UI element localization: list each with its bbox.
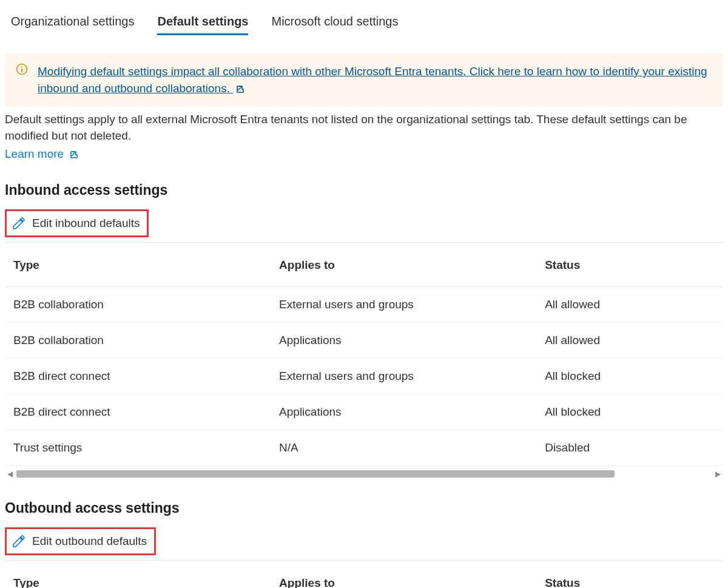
cell-status: All allowed <box>536 287 723 323</box>
tabs-bar: Organizational settings Default settings… <box>5 12 723 35</box>
table-row[interactable]: B2B direct connect External users and gr… <box>5 359 723 394</box>
scrollbar-track[interactable] <box>16 470 712 478</box>
horizontal-scrollbar[interactable]: ◀ ▶ <box>5 468 723 479</box>
outbound-heading: Outbound access settings <box>5 500 723 516</box>
info-banner: Modifying default settings impact all co… <box>5 53 723 107</box>
table-row[interactable]: B2B collaboration External users and gro… <box>5 287 723 323</box>
cell-type: B2B collaboration <box>5 287 271 323</box>
info-banner-link[interactable]: Modifying default settings impact all co… <box>38 63 713 97</box>
cell-applies: N/A <box>271 430 536 466</box>
cell-type: B2B direct connect <box>5 359 271 394</box>
pencil-icon <box>12 534 26 549</box>
col-header-status[interactable]: Status <box>536 243 723 287</box>
tab-microsoft-cloud-settings[interactable]: Microsoft cloud settings <box>271 12 398 35</box>
edit-outbound-highlight: Edit outbound defaults <box>5 527 156 555</box>
cell-type: B2B collaboration <box>5 323 271 359</box>
cell-type: Trust settings <box>5 430 271 466</box>
table-row[interactable]: Trust settings N/A Disabled <box>5 430 723 466</box>
inbound-table: Type Applies to Status B2B collaboration… <box>5 243 723 466</box>
col-header-status[interactable]: Status <box>536 561 723 588</box>
learn-more-label: Learn more <box>5 147 64 160</box>
col-header-type[interactable]: Type <box>5 243 271 287</box>
edit-inbound-highlight: Edit inbound defaults <box>5 209 149 237</box>
edit-outbound-label: Edit outbound defaults <box>32 535 147 548</box>
cell-status: Disabled <box>536 430 723 466</box>
info-icon <box>16 63 29 76</box>
scroll-right-icon[interactable]: ▶ <box>715 470 721 478</box>
col-header-applies[interactable]: Applies to <box>271 561 536 588</box>
table-row[interactable]: B2B direct connect Applications All bloc… <box>5 394 723 430</box>
cell-status: All blocked <box>536 394 723 430</box>
scrollbar-thumb[interactable] <box>16 470 615 478</box>
external-link-icon <box>235 81 244 98</box>
page-description: Default settings apply to all external M… <box>5 112 723 144</box>
table-row[interactable]: B2B collaboration Applications All allow… <box>5 323 723 359</box>
inbound-heading: Inbound access settings <box>5 182 723 198</box>
cell-status: All allowed <box>536 323 723 359</box>
col-header-type[interactable]: Type <box>5 561 271 588</box>
tab-organizational-settings[interactable]: Organizational settings <box>11 12 134 35</box>
external-link-icon <box>69 148 78 161</box>
scroll-left-icon[interactable]: ◀ <box>7 470 13 478</box>
col-header-applies[interactable]: Applies to <box>271 243 536 287</box>
outbound-table: Type Applies to Status <box>5 561 723 588</box>
edit-outbound-defaults-button[interactable]: Edit outbound defaults <box>12 534 147 549</box>
cell-applies: External users and groups <box>271 287 536 323</box>
info-banner-text: Modifying default settings impact all co… <box>38 65 707 95</box>
edit-inbound-label: Edit inbound defaults <box>32 217 140 230</box>
cell-applies: Applications <box>271 323 536 359</box>
cell-type: B2B direct connect <box>5 394 271 430</box>
edit-inbound-defaults-button[interactable]: Edit inbound defaults <box>12 216 140 231</box>
svg-rect-1 <box>21 69 22 73</box>
pencil-icon <box>12 216 26 231</box>
learn-more-link[interactable]: Learn more <box>5 147 78 160</box>
cell-status: All blocked <box>536 359 723 394</box>
cell-applies: External users and groups <box>271 359 536 394</box>
tab-default-settings[interactable]: Default settings <box>157 12 248 35</box>
svg-rect-2 <box>21 66 22 67</box>
cell-applies: Applications <box>271 394 536 430</box>
